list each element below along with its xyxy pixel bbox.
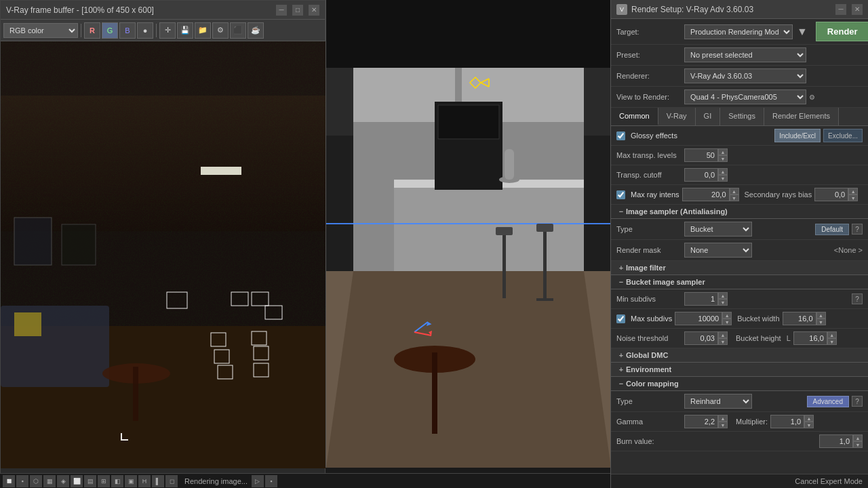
taskbar-icon-6[interactable]: ⬜ <box>71 475 83 487</box>
target-dropdown[interactable]: Production Rendering Mode <box>684 24 793 39</box>
taskbar-icon-9[interactable]: ◧ <box>111 475 123 487</box>
advanced-button[interactable]: Advanced <box>807 396 849 407</box>
taskbar-icon-13[interactable]: ◻ <box>165 475 178 487</box>
max-transp-input[interactable] <box>684 148 718 162</box>
max-subdivs-down[interactable]: ▼ <box>722 319 732 325</box>
image-filter-header[interactable]: + Image filter <box>611 261 868 275</box>
noise-threshold-up[interactable]: ▲ <box>718 331 728 338</box>
tab-gi[interactable]: GI <box>696 108 721 125</box>
gamma-input[interactable] <box>684 415 718 428</box>
tab-render-elements[interactable]: Render Elements <box>764 108 839 125</box>
exclude-button[interactable]: Exclude... <box>823 129 863 142</box>
burn-value-up[interactable]: ▲ <box>853 434 863 441</box>
multiplier-input[interactable] <box>770 415 804 428</box>
min-subdivs-label: Min subdivs <box>616 295 684 303</box>
bucket-height-up[interactable]: ▲ <box>827 331 837 338</box>
close-button[interactable]: ✕ <box>309 5 319 16</box>
taskbar-icon-5[interactable]: ◈ <box>57 475 69 487</box>
renderer-dropdown[interactable]: V-Ray Adv 3.60.03 <box>684 68 806 83</box>
max-transp-up[interactable]: ▲ <box>718 148 728 155</box>
taskbar-icon-1[interactable]: 🔲 <box>3 475 15 487</box>
tea-button[interactable]: ☕ <box>248 22 264 39</box>
gamma-down[interactable]: ▼ <box>718 422 728 428</box>
render-mask-dropdown[interactable]: None <box>684 243 752 258</box>
channel-r-button[interactable]: G <box>102 22 118 39</box>
burn-value-input[interactable] <box>819 434 853 448</box>
secondary-bias-down[interactable]: ▼ <box>848 195 858 201</box>
taskbar-icon-4[interactable]: ▦ <box>43 475 56 487</box>
bucket-width-down[interactable]: ▼ <box>816 319 826 325</box>
taskbar-icon-7[interactable]: ▤ <box>84 475 96 487</box>
min-subdivs-up[interactable]: ▲ <box>718 292 728 299</box>
max-ray-checkbox[interactable] <box>616 190 625 199</box>
maximize-button[interactable]: □ <box>292 5 303 16</box>
taskbar-icon-render[interactable]: ▷ <box>252 475 264 487</box>
taskbar-icon-10[interactable]: ▣ <box>125 475 137 487</box>
min-subdivs-input[interactable] <box>684 292 718 306</box>
max-ray-down[interactable]: ▼ <box>730 195 739 201</box>
view-dropdown[interactable]: Quad 4 - PhysCamera005 <box>684 89 806 104</box>
bucket-height-input[interactable] <box>793 331 827 345</box>
gamma-up[interactable]: ▲ <box>718 415 728 422</box>
taskbar-icon-2[interactable]: ▪ <box>16 475 28 487</box>
multiplier-up[interactable]: ▲ <box>804 415 814 422</box>
default-button[interactable]: Default <box>815 224 849 235</box>
secondary-bias-input[interactable] <box>814 188 848 201</box>
tab-settings[interactable]: Settings <box>720 108 764 125</box>
secondary-bias-up[interactable]: ▲ <box>848 188 858 195</box>
panel-close-button[interactable]: ✕ <box>852 4 863 15</box>
taskbar-icon-11[interactable]: H <box>138 475 151 487</box>
bucket-height-down[interactable]: ▼ <box>827 338 837 345</box>
channel-g-button[interactable]: B <box>119 22 136 39</box>
3d-scene-svg <box>326 0 610 468</box>
min-subdivs-down[interactable]: ▼ <box>718 299 728 306</box>
save-button[interactable]: 💾 <box>177 22 193 39</box>
max-subdivs-checkbox[interactable] <box>616 314 625 323</box>
image-sampler-header[interactable]: − Image sampler (Antialiasing) <box>611 205 868 219</box>
sampler-type-dropdown[interactable]: Bucket <box>684 222 752 237</box>
channel-rgb-button[interactable]: R <box>84 22 100 39</box>
glossy-checkbox[interactable] <box>616 131 625 140</box>
stop-button[interactable]: ⬛ <box>230 22 246 39</box>
include-exclude-button[interactable]: Include/Excl <box>774 129 821 142</box>
settings-button[interactable]: ⚙ <box>212 22 229 39</box>
tab-vray[interactable]: V-Ray <box>658 108 696 125</box>
transp-cutoff-input[interactable] <box>684 168 718 182</box>
transp-cutoff-down[interactable]: ▼ <box>718 175 728 182</box>
tab-common[interactable]: Common <box>611 108 658 125</box>
max-subdivs-up[interactable]: ▲ <box>722 312 732 319</box>
taskbar-icon-stop[interactable]: ▪ <box>265 475 277 487</box>
transp-cutoff-up[interactable]: ▲ <box>718 168 728 175</box>
panel-minimize-button[interactable]: ─ <box>835 4 846 15</box>
environment-header[interactable]: + Environment <box>611 363 868 377</box>
taskbar-icon-8[interactable]: ⊞ <box>98 475 110 487</box>
max-transp-down[interactable]: ▼ <box>718 155 728 162</box>
render-button[interactable]: Render <box>816 22 868 41</box>
min-subdivs-help[interactable]: ? <box>852 293 863 304</box>
gamma-label: Gamma <box>616 418 684 426</box>
open-folder-button[interactable]: 📁 <box>195 22 211 39</box>
cursor-button[interactable]: ✛ <box>159 22 176 39</box>
preset-dropdown[interactable]: No preset selected <box>684 47 806 62</box>
channel-b-button[interactable]: ● <box>137 22 153 39</box>
minimize-button[interactable]: ─ <box>276 5 287 16</box>
global-dmc-header[interactable]: + Global DMC <box>611 348 868 363</box>
color-mapping-header[interactable]: − Color mapping <box>611 377 868 391</box>
noise-threshold-down[interactable]: ▼ <box>718 338 728 345</box>
max-ray-input[interactable] <box>682 188 730 201</box>
burn-value-down[interactable]: ▼ <box>853 441 863 448</box>
bucket-width-input[interactable] <box>783 312 816 325</box>
max-subdivs-input[interactable] <box>675 312 722 325</box>
cm-help-button[interactable]: ? <box>852 396 863 407</box>
cancel-expert-mode-button[interactable]: Cancel Expert Mode <box>795 477 863 485</box>
bucket-width-up[interactable]: ▲ <box>816 312 826 319</box>
noise-threshold-input[interactable] <box>684 331 718 345</box>
sampler-help-button[interactable]: ? <box>852 224 863 235</box>
taskbar-icon-12[interactable]: ▌ <box>152 475 164 487</box>
multiplier-down[interactable]: ▼ <box>804 422 814 428</box>
taskbar-icon-3[interactable]: ⬡ <box>30 475 42 487</box>
bucket-sampler-header[interactable]: − Bucket image sampler <box>611 275 868 289</box>
color-mode-select[interactable]: RGB color <box>3 23 78 38</box>
cm-type-dropdown[interactable]: Reinhard <box>684 394 752 409</box>
max-ray-up[interactable]: ▲ <box>730 188 739 195</box>
